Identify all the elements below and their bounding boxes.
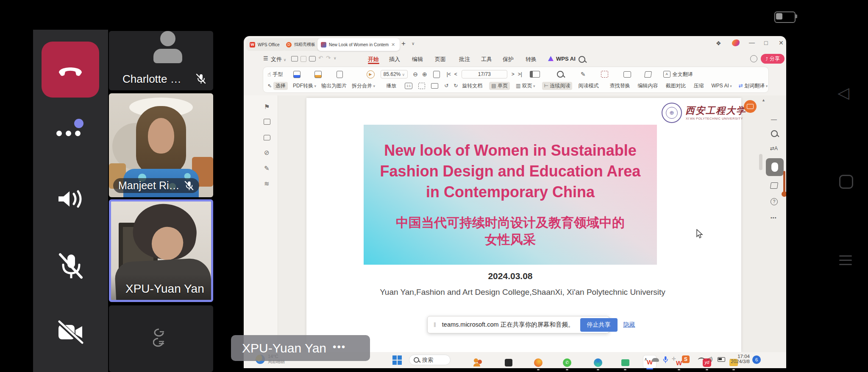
- taskbar-people-icon[interactable]: [473, 357, 484, 368]
- speaker-more-button[interactable]: •••: [333, 341, 346, 353]
- assistant-floating-button[interactable]: [744, 100, 757, 113]
- rotate-document[interactable]: 旋转文档: [462, 82, 482, 90]
- menu-protect[interactable]: 保护: [503, 56, 514, 63]
- edge-slider-knob[interactable]: [782, 191, 786, 197]
- share-button[interactable]: ⤴ 分享: [761, 54, 785, 64]
- stop-sharing-button[interactable]: 停止共享: [580, 318, 618, 332]
- microphone-muted-button[interactable]: [57, 252, 85, 280]
- menu-convert[interactable]: 转换: [526, 56, 537, 63]
- continuous-read-toggle[interactable]: ⊢ 连续阅读: [542, 82, 573, 90]
- collapse-arrow-icon[interactable]: ▲: [762, 98, 765, 102]
- taskbar-wechat-icon[interactable]: ✆: [562, 357, 573, 368]
- play-icon[interactable]: ▶: [367, 70, 375, 78]
- redo-icon[interactable]: ↷: [326, 55, 331, 61]
- tray-clock[interactable]: 17:04 2024/3/8: [729, 354, 750, 364]
- taskbar-edge-icon[interactable]: [593, 357, 604, 368]
- panel-help-icon[interactable]: ?: [771, 198, 778, 205]
- screenshot-compare[interactable]: 截图对比: [665, 82, 686, 90]
- active-speaker-label[interactable]: XPU-Yuan Yan •••: [231, 335, 370, 361]
- menu-edit[interactable]: 编辑: [412, 56, 423, 63]
- taskbar-cast-icon[interactable]: [620, 357, 631, 368]
- open-folder-icon[interactable]: [291, 56, 298, 62]
- tray-battery-icon[interactable]: [718, 357, 725, 362]
- actual-size-icon[interactable]: 1:1: [405, 83, 412, 89]
- pdf-convert[interactable]: PDF转换 ▾: [293, 82, 316, 90]
- read-mode[interactable]: 阅读模式: [578, 82, 598, 90]
- wps-ai-dropdown[interactable]: WPS AI ▾: [711, 83, 732, 89]
- print-icon[interactable]: [309, 56, 316, 62]
- rotate-left-icon[interactable]: ↺: [444, 83, 448, 89]
- menu-wps-ai[interactable]: WPS AI: [556, 56, 576, 62]
- menu-comment[interactable]: 批注: [459, 56, 470, 63]
- 3d-assistant-icon[interactable]: ❖: [716, 40, 721, 47]
- doc-scrollbar[interactable]: [759, 154, 762, 170]
- panel-search-icon[interactable]: [771, 130, 778, 137]
- new-tab-button[interactable]: +: [401, 39, 406, 48]
- attachment-icon[interactable]: ⊘: [264, 149, 270, 157]
- maximize-window-button[interactable]: □: [764, 39, 768, 46]
- hamburger-icon[interactable]: ☰: [263, 55, 268, 62]
- edit-content[interactable]: 编辑内容: [637, 82, 658, 90]
- menu-search-icon[interactable]: [579, 56, 585, 63]
- close-window-button[interactable]: ✕: [779, 39, 784, 46]
- quickbar-chevron-icon[interactable]: ∨: [334, 56, 337, 60]
- panel-more-icon[interactable]: •••: [771, 215, 777, 220]
- fit-width-icon[interactable]: [418, 83, 425, 89]
- page-indicator-input[interactable]: 17/73: [462, 70, 507, 78]
- panel-map-icon[interactable]: [770, 182, 778, 189]
- bookmark-icon[interactable]: ⚑: [264, 103, 270, 111]
- stamp-icon[interactable]: [750, 55, 757, 62]
- tab-close-icon[interactable]: ✕: [391, 42, 395, 48]
- tray-move-icon[interactable]: ✛: [672, 356, 676, 362]
- tray-chevron-icon[interactable]: ∧: [644, 357, 647, 361]
- tab-docer-templates[interactable]: D 找稻壳模板: [283, 38, 321, 51]
- panel-minimize-icon[interactable]: —: [771, 116, 777, 123]
- prev-page-button[interactable]: <: [454, 71, 457, 77]
- word-translate[interactable]: ⇄ 划词翻译 ▾: [739, 82, 768, 90]
- participant-tile-manjeet[interactable]: Manjeet Ri…: [109, 93, 213, 197]
- menu-file[interactable]: 文件 ∨: [271, 56, 286, 63]
- undo-icon[interactable]: ↶: [318, 55, 323, 61]
- split-merge[interactable]: 拆分合并 ▾: [352, 82, 375, 90]
- pan-tool-active[interactable]: [766, 158, 784, 176]
- menu-home[interactable]: 开始: [368, 56, 379, 63]
- hang-up-button[interactable]: [42, 42, 99, 98]
- menu-page[interactable]: 页面: [435, 56, 446, 63]
- tray-volume-icon[interactable]: ◁): [707, 356, 712, 362]
- tray-cloud-icon[interactable]: [652, 358, 659, 362]
- pen-icon[interactable]: ✎: [264, 165, 270, 172]
- participant-tile-charlotte[interactable]: Charlotte …: [109, 31, 213, 90]
- save-icon[interactable]: [300, 56, 306, 62]
- drag-handle-icon[interactable]: ‖: [434, 322, 436, 328]
- nav-recents-button[interactable]: [839, 255, 852, 265]
- zoom-level-select[interactable]: 85.62% ∨: [381, 70, 408, 78]
- play-slideshow[interactable]: 播放: [386, 82, 396, 90]
- fit-rect-icon[interactable]: [431, 83, 438, 89]
- single-page-toggle[interactable]: ▤ 单页: [489, 82, 510, 90]
- taskbar-search[interactable]: 搜索: [409, 355, 451, 365]
- menu-tools[interactable]: 工具: [481, 56, 492, 63]
- zoom-out-icon[interactable]: ⊖: [413, 71, 418, 78]
- tab-wps-office[interactable]: W WPS Office: [246, 38, 286, 51]
- rotate-right-icon[interactable]: ↻: [453, 83, 458, 89]
- taskbar-firefox-icon[interactable]: [533, 357, 544, 368]
- next-page-button[interactable]: >: [512, 71, 515, 77]
- zoom-in-icon[interactable]: ⊕: [422, 71, 427, 78]
- image-icon[interactable]: [264, 119, 270, 125]
- menu-insert[interactable]: 插入: [389, 56, 400, 63]
- first-page-button[interactable]: |<: [447, 71, 451, 77]
- fit-page-icon[interactable]: [433, 71, 440, 78]
- minimize-window-button[interactable]: —: [749, 39, 755, 46]
- more-options-button[interactable]: [56, 119, 86, 139]
- speaker-button[interactable]: [57, 189, 84, 209]
- taskbar-device-icon[interactable]: [503, 357, 514, 368]
- find-replace[interactable]: 查找替换: [609, 82, 630, 90]
- hand-tool[interactable]: 手型: [273, 71, 283, 78]
- full-translate[interactable]: 全文翻译: [673, 71, 693, 78]
- last-page-button[interactable]: >|: [518, 71, 522, 77]
- start-button[interactable]: [392, 355, 402, 365]
- nav-back-button[interactable]: ◁: [837, 84, 849, 102]
- select-tool[interactable]: 选择: [273, 82, 288, 90]
- tray-wifi-icon[interactable]: [698, 358, 705, 362]
- camera-off-button[interactable]: [56, 319, 86, 346]
